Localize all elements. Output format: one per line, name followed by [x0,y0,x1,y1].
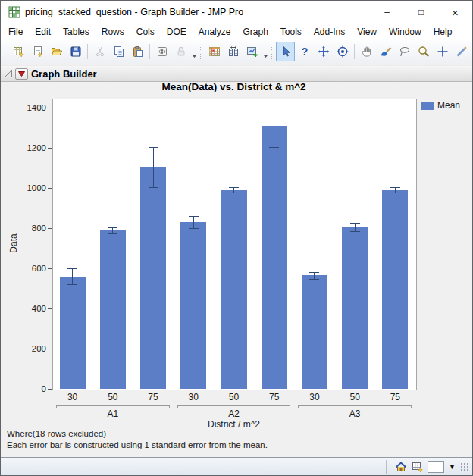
red-triangle-menu-button[interactable] [15,68,28,80]
bar[interactable] [60,277,86,389]
footnote-error-bar: Each error bar is constructed using 1 st… [7,440,268,451]
error-bar-line [193,216,194,228]
toolbar-grip[interactable] [271,44,274,59]
resize-grip[interactable] [460,462,469,471]
cut-button[interactable] [90,42,109,61]
x-tick-label: 75 [380,392,410,402]
bar[interactable] [100,230,126,389]
x-tick-label: 30 [58,392,88,402]
toolbar-separator [87,44,88,59]
toolbar-overflow-chevron-icon[interactable] [190,43,198,60]
error-bar-cap-bottom [390,193,400,193]
display-option-box[interactable] [428,461,444,473]
bar[interactable] [140,167,166,389]
bar[interactable] [342,227,368,389]
bar[interactable] [382,190,408,389]
crosshair-tool-button[interactable] [433,42,452,61]
dropdown-arrow-icon[interactable]: ▼ [446,463,459,471]
app-icon [8,6,20,18]
window-title: pricing_stacked_question - Graph Builder… [25,7,370,17]
y-tick-mark [48,308,52,309]
minimize-button[interactable]: – [370,2,404,23]
open-file-button[interactable] [47,42,66,61]
maximize-button[interactable]: □ [404,2,438,23]
new-window-button[interactable] [28,42,47,61]
x-tick-label: 50 [98,392,128,402]
toolbar-overflow-chevron-icon[interactable] [262,43,269,60]
menu-item-analyze[interactable]: Analyze [193,25,237,39]
save-button[interactable] [66,42,85,61]
x-tick-label: 30 [178,392,208,402]
error-bar-cap-top [350,223,360,224]
group-bracket [56,405,170,408]
arrow-tool-button[interactable] [276,42,295,61]
y-tick-mark [48,148,52,149]
hand-tool-button[interactable] [357,42,376,61]
y-tick-label: 1400 [11,102,46,113]
new-graph-button[interactable] [243,42,262,61]
close-button[interactable]: × [438,2,472,23]
x-tick-label: 75 [138,392,168,402]
magnifier-tool-button[interactable] [414,42,433,61]
disclosure-triangle-icon[interactable] [4,69,13,78]
new-data-table-button[interactable] [9,42,28,61]
home-icon[interactable] [393,459,409,474]
report-header: Graph Builder [1,65,472,82]
bullseye-tool-button[interactable] [333,42,352,61]
menu-item-help[interactable]: Help [428,25,459,39]
bar[interactable] [221,190,247,389]
x-tick-label: 50 [340,392,370,402]
help-button[interactable]: ? [295,42,314,61]
error-bar-cap-top [67,268,77,269]
script-settings-button[interactable] [152,42,171,61]
bar[interactable] [302,275,327,389]
menu-item-window[interactable]: Window [383,25,428,39]
move-tool-button[interactable] [314,42,333,61]
lasso-tool-button[interactable] [395,42,414,61]
bar[interactable] [262,126,287,389]
error-bar-cap-top [149,147,158,148]
menu-item-view[interactable]: View [351,25,383,39]
svg-text:?: ? [301,45,308,58]
y-tick-mark [48,228,52,229]
menu-item-doe[interactable]: DOE [161,25,193,39]
help-icon: ? [299,45,311,58]
toolbar-grip[interactable] [199,44,202,59]
open-file-icon [51,45,63,58]
error-bar-cap-bottom [350,231,360,232]
legend-swatch[interactable] [421,102,434,110]
menu-item-file[interactable]: File [2,25,29,39]
menu-item-edit[interactable]: Edit [29,25,57,39]
app-window: pricing_stacked_question - Graph Builder… [0,0,473,476]
lasso-tool-icon [399,45,411,58]
brush-tool-button[interactable] [376,42,395,61]
menu-item-tables[interactable]: Tables [57,25,96,39]
menu-item-rows[interactable]: Rows [96,25,130,39]
menu-item-cols[interactable]: Cols [130,25,161,39]
error-bar-line [274,105,274,147]
menu-item-tools[interactable]: Tools [274,25,308,39]
group-bracket [298,405,412,408]
lock-button[interactable] [171,42,190,61]
footnote-where: Where(18 rows excluded) [7,428,268,440]
table-create-icon[interactable] [409,459,426,474]
error-bar-cap-top [108,227,117,228]
red-triangle-icon [18,71,25,77]
annotate-tool-button[interactable] [452,42,471,61]
toolbar-grip[interactable] [4,44,7,59]
report-area: Graph Builder Mean(Data) vs. District & … [1,63,472,459]
y-tick-label: 400 [11,303,46,314]
error-bar-cap-bottom [309,279,319,280]
save-icon [70,45,82,58]
data-table-button[interactable] [205,42,224,61]
paste-button[interactable] [128,42,147,61]
menu-item-add-ins[interactable]: Add-Ins [308,25,351,39]
error-bar-cap-top [309,272,319,273]
bar[interactable] [180,222,206,389]
copy-button[interactable] [109,42,128,61]
compare-columns-button[interactable] [224,42,243,61]
error-bar-line [72,268,73,284]
error-bar-line [314,272,315,280]
brush-tool-icon [380,45,392,58]
menu-item-graph[interactable]: Graph [236,25,274,39]
